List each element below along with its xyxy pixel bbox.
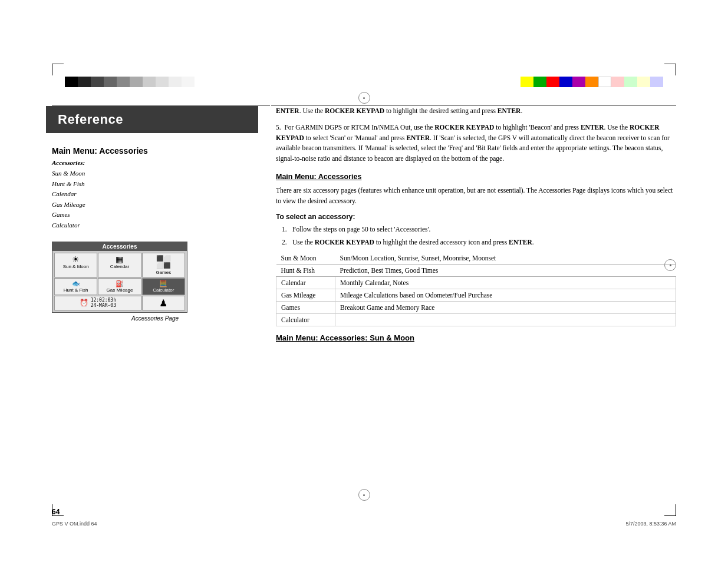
select-accessory-heading: To select an accessory: bbox=[276, 213, 676, 221]
list-item: Sun & Moon bbox=[52, 168, 258, 179]
acc-cell-label: Games bbox=[156, 270, 171, 275]
list-item: Gas Mileage bbox=[52, 200, 258, 210]
left-column: Reference Main Menu: Accessories Accesso… bbox=[52, 68, 270, 518]
acc-desc-games: Breakout Game and Memory Race bbox=[335, 302, 676, 314]
calendar-icon: ▦ bbox=[116, 255, 123, 263]
acc-cell-hunt-fish: 🐟 Hunt & Fish bbox=[54, 278, 97, 295]
accessories-page-image: Accessories ☀ Sun & Moon ▦ Calendar ⬛⬜⬜⬛… bbox=[52, 242, 258, 322]
games-icon: ⬛⬜⬜⬛ bbox=[156, 255, 170, 269]
acc-desc-calc bbox=[335, 314, 676, 326]
acc-name-gas: Gas Mileage bbox=[276, 289, 335, 302]
table-row: Calculator bbox=[276, 314, 676, 326]
acc-desc-sun-moon: Sun/Moon Location, Sunrise, Sunset, Moon… bbox=[335, 252, 676, 265]
gas-icon: ⛽ bbox=[116, 280, 124, 287]
table-row: Sun & Moon Sun/Moon Location, Sunrise, S… bbox=[276, 252, 676, 265]
accessories-label: Accessories: bbox=[52, 159, 258, 166]
steps-list: Follow the steps on page 50 to select 'A… bbox=[282, 224, 676, 248]
intro-text-1: ENTER. Use the ROCKER KEYPAD to highligh… bbox=[276, 106, 676, 117]
accessories-intro: There are six accessory pages (features … bbox=[276, 186, 676, 207]
acc-cell-label: Gas Mileage bbox=[107, 287, 133, 293]
accessories-screen: Accessories ☀ Sun & Moon ▦ Calendar ⬛⬜⬜⬛… bbox=[52, 242, 187, 313]
acc-cell-label: Hunt & Fish bbox=[64, 287, 88, 293]
step-2: Use the ROCKER KEYPAD to highlight the d… bbox=[282, 237, 676, 248]
acc-desc-hunt-fish: Prediction, Best Times, Good Times bbox=[335, 265, 676, 277]
acc-time-display: ⏰ 12:02:03h24-MAR-03 bbox=[54, 296, 141, 310]
sun-moon-icon: ☀ bbox=[72, 255, 80, 263]
step-1: Follow the steps on page 50 to select 'A… bbox=[282, 224, 676, 235]
list-item: Hunt & Fish bbox=[52, 179, 258, 190]
reference-header-box: Reference bbox=[46, 106, 258, 133]
acc-cell-label: Sun & Moon bbox=[63, 264, 89, 269]
calc-icon: 🧮 bbox=[159, 280, 167, 287]
acc-person-cell: ♟ bbox=[142, 296, 185, 310]
left-section-title: Main Menu: Accessories bbox=[52, 146, 258, 156]
hunt-fish-icon: 🐟 bbox=[72, 280, 80, 287]
acc-time-icon: ⏰ bbox=[80, 299, 88, 307]
accessories-list: Sun & Moon Hunt & Fish Calendar Gas Mile… bbox=[52, 168, 258, 231]
table-row: Games Breakout Game and Memory Race bbox=[276, 302, 676, 314]
right-column: ENTER. Use the ROCKER KEYPAD to highligh… bbox=[270, 68, 676, 518]
acc-name-sun-moon: Sun & Moon bbox=[276, 252, 335, 265]
bottom-section-heading: Main Menu: Accessories: Sun & Moon bbox=[276, 333, 676, 342]
acc-time-text: 12:02:03h24-MAR-03 bbox=[91, 297, 116, 308]
accessories-section-heading: Main Menu: Accessories bbox=[276, 173, 676, 181]
person-icon: ♟ bbox=[159, 297, 167, 309]
table-row: Gas Mileage Mileage Calculations based o… bbox=[276, 289, 676, 302]
acc-cell-games: ⬛⬜⬜⬛ Games bbox=[142, 253, 185, 277]
accessories-table: Sun & Moon Sun/Moon Location, Sunrise, S… bbox=[276, 252, 676, 326]
acc-name-calendar: Calendar bbox=[276, 277, 335, 289]
acc-cell-calc: 🧮 Calculator bbox=[142, 278, 185, 295]
acc-cell-label: Calendar bbox=[110, 264, 129, 269]
screen-title: Accessories bbox=[52, 242, 187, 251]
table-row: Hunt & Fish Prediction, Best Times, Good… bbox=[276, 265, 676, 277]
acc-cell-calendar: ▦ Calendar bbox=[98, 253, 141, 277]
accessories-page-caption: Accessories Page bbox=[52, 315, 258, 322]
acc-desc-gas: Mileage Calculations based on Odometer/F… bbox=[335, 289, 676, 302]
acc-name-calc: Calculator bbox=[276, 314, 335, 326]
acc-name-games: Games bbox=[276, 302, 335, 314]
list-item: Calendar bbox=[52, 189, 258, 200]
list-item: Calculator bbox=[52, 220, 258, 231]
footer-left: GPS V OM.indd 64 bbox=[52, 521, 97, 527]
acc-name-hunt-fish: Hunt & Fish bbox=[276, 265, 335, 277]
acc-cell-gas: ⛽ Gas Mileage bbox=[98, 278, 141, 295]
table-row: Calendar Monthly Calendar, Notes bbox=[276, 277, 676, 289]
step5-text: 5. For GARMIN DGPS or RTCM In/NMEA Out, … bbox=[276, 123, 676, 164]
list-item: Games bbox=[52, 210, 258, 220]
acc-cell-sun-moon: ☀ Sun & Moon bbox=[54, 253, 97, 277]
page-number: 64 bbox=[52, 508, 60, 516]
page-content: Reference Main Menu: Accessories Accesso… bbox=[52, 68, 676, 518]
footer-right: 5/7/2003, 8:53:36 AM bbox=[625, 521, 676, 527]
acc-desc-calendar: Monthly Calendar, Notes bbox=[335, 277, 676, 289]
acc-cell-label: Calculator bbox=[153, 287, 174, 293]
reference-title: Reference bbox=[58, 112, 246, 127]
